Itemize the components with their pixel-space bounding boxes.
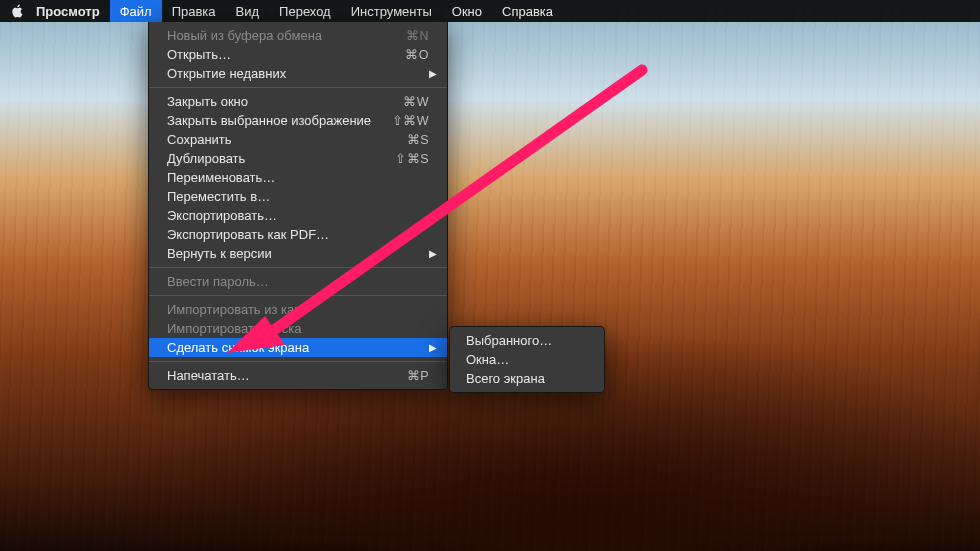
menu-item-label: Вернуть к версии — [167, 246, 429, 261]
menu-item-label: Открытие недавних — [167, 66, 429, 81]
menu-item-shortcut: ⌘O — [405, 47, 429, 62]
menu-item-label: Дублировать — [167, 151, 395, 166]
submenu-arrow-icon: ▶ — [429, 68, 437, 79]
menu-файл[interactable]: Файл — [110, 0, 162, 22]
menu-item[interactable]: Закрыть выбранное изображение⇧⌘W — [149, 111, 447, 130]
menu-item-label: Сохранить — [167, 132, 407, 147]
submenu-item-label: Выбранного… — [466, 333, 552, 348]
menu-item-label: Переместить в… — [167, 189, 429, 204]
menu-item: Импортировать со ска — [149, 319, 447, 338]
menu-item-shortcut: ⌘P — [407, 368, 429, 383]
menu-item-label: Открыть… — [167, 47, 405, 62]
menu-инструменты[interactable]: Инструменты — [341, 0, 442, 22]
menu-item-label: Закрыть окно — [167, 94, 403, 109]
submenu-item[interactable]: Выбранного… — [450, 331, 604, 350]
menu-item: Импортировать из кам — [149, 300, 447, 319]
menu-item[interactable]: Экспортировать… — [149, 206, 447, 225]
menu-item[interactable]: Дублировать⇧⌘S — [149, 149, 447, 168]
menu-item-label: Экспортировать… — [167, 208, 429, 223]
submenu-item-label: Всего экрана — [466, 371, 545, 386]
menu-item[interactable]: Сделать снимок экрана▶ — [149, 338, 447, 357]
menu-item-shortcut: ⇧⌘W — [392, 113, 429, 128]
menu-item-label: Напечатать… — [167, 368, 407, 383]
submenu-arrow-icon: ▶ — [429, 248, 437, 259]
menu-item: Ввести пароль… — [149, 272, 447, 291]
menu-окно[interactable]: Окно — [442, 0, 492, 22]
desktop-wallpaper — [0, 0, 980, 551]
menu-item[interactable]: Открыть…⌘O — [149, 45, 447, 64]
menu-item-shortcut: ⌘S — [407, 132, 429, 147]
menu-переход[interactable]: Переход — [269, 0, 341, 22]
menu-item-shortcut: ⌘N — [406, 28, 429, 43]
menu-item[interactable]: Экспортировать как PDF… — [149, 225, 447, 244]
menubar: Просмотр ФайлПравкаВидПереходИнструменты… — [0, 0, 980, 22]
menu-item[interactable]: Закрыть окно⌘W — [149, 92, 447, 111]
menu-item: Новый из буфера обмена⌘N — [149, 26, 447, 45]
menu-item-label: Экспортировать как PDF… — [167, 227, 429, 242]
menu-item[interactable]: Переименовать… — [149, 168, 447, 187]
submenu-item[interactable]: Всего экрана — [450, 369, 604, 388]
menu-item-label: Импортировать со ска — [167, 321, 429, 336]
menu-item-label: Сделать снимок экрана — [167, 340, 429, 355]
screenshot-submenu: Выбранного…Окна…Всего экрана — [449, 326, 605, 393]
menu-справка[interactable]: Справка — [492, 0, 563, 22]
menu-вид[interactable]: Вид — [226, 0, 270, 22]
file-menu-dropdown: Новый из буфера обмена⌘NОткрыть…⌘OОткрыт… — [148, 22, 448, 390]
menu-item[interactable]: Переместить в… — [149, 187, 447, 206]
submenu-arrow-icon: ▶ — [429, 342, 437, 353]
menu-item-label: Ввести пароль… — [167, 274, 429, 289]
menu-item-label: Новый из буфера обмена — [167, 28, 406, 43]
submenu-item-label: Окна… — [466, 352, 509, 367]
menu-item[interactable]: Напечатать…⌘P — [149, 366, 447, 385]
menu-правка[interactable]: Правка — [162, 0, 226, 22]
apple-menu-icon[interactable] — [8, 4, 26, 18]
menu-item-label: Импортировать из кам — [167, 302, 429, 317]
menu-item-label: Переименовать… — [167, 170, 429, 185]
menu-item-shortcut: ⌘W — [403, 94, 429, 109]
menu-item[interactable]: Открытие недавних▶ — [149, 64, 447, 83]
app-name[interactable]: Просмотр — [26, 4, 110, 19]
submenu-item[interactable]: Окна… — [450, 350, 604, 369]
menu-item-shortcut: ⇧⌘S — [395, 151, 429, 166]
menu-item[interactable]: Вернуть к версии▶ — [149, 244, 447, 263]
menu-item-label: Закрыть выбранное изображение — [167, 113, 392, 128]
menu-item[interactable]: Сохранить⌘S — [149, 130, 447, 149]
